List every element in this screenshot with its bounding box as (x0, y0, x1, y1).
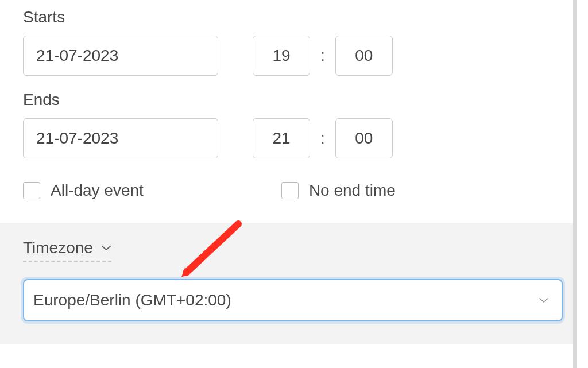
all-day-checkbox-group[interactable]: All-day event (23, 181, 144, 200)
ends-row: : (23, 118, 550, 158)
timezone-section: Timezone Europe/Berlin (GMT+02:00) (0, 223, 573, 344)
all-day-label: All-day event (51, 181, 144, 200)
ends-date-input[interactable] (23, 118, 218, 158)
starts-group: Starts : (23, 8, 550, 76)
time-separator: : (316, 47, 330, 65)
starts-minute-input[interactable] (335, 36, 393, 76)
chevron-down-icon (539, 297, 549, 304)
timezone-header[interactable]: Timezone (23, 239, 111, 262)
starts-hour-input[interactable] (253, 36, 310, 76)
time-separator: : (316, 129, 330, 148)
all-day-checkbox[interactable] (23, 182, 40, 199)
ends-minute-input[interactable] (335, 118, 393, 158)
starts-label: Starts (23, 8, 550, 26)
datetime-section: Starts : Ends : All-day event (0, 0, 573, 223)
ends-label: Ends (23, 91, 550, 109)
no-end-time-label: No end time (309, 181, 396, 200)
starts-date-input[interactable] (23, 36, 218, 76)
ends-hour-input[interactable] (253, 118, 310, 158)
no-end-time-checkbox[interactable] (281, 182, 299, 199)
timezone-selected-value: Europe/Berlin (GMT+02:00) (33, 291, 231, 309)
chevron-down-icon (101, 245, 111, 251)
options-row: All-day event No end time (23, 181, 550, 200)
ends-group: Ends : (23, 91, 550, 158)
starts-row: : (23, 36, 550, 76)
timezone-header-label: Timezone (23, 239, 93, 257)
no-end-time-checkbox-group[interactable]: No end time (281, 181, 396, 200)
event-datetime-panel: Starts : Ends : All-day event (0, 0, 577, 368)
timezone-select[interactable]: Europe/Berlin (GMT+02:00) (23, 279, 563, 321)
